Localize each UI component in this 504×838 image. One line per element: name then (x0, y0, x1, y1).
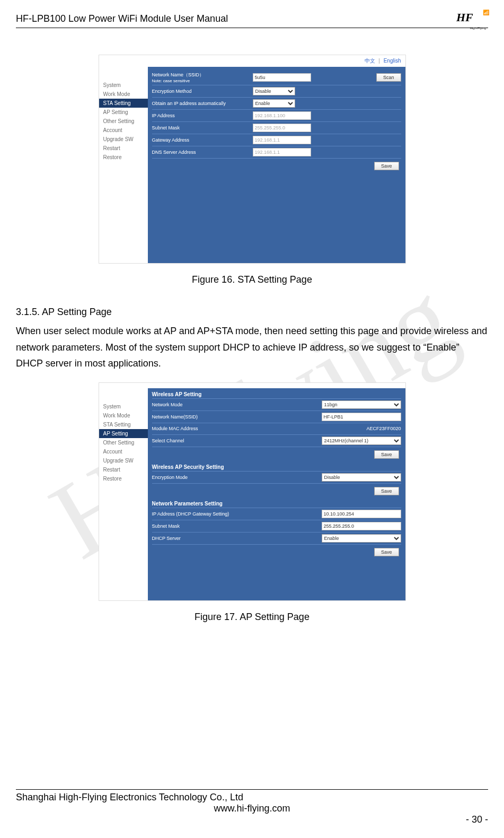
header-title: HF-LPB100 Low Power WiFi Module User Man… (16, 13, 228, 24)
sidebar-item-othersetting[interactable]: Other Setting (99, 117, 148, 126)
netmode-select[interactable]: 11bgn (322, 400, 401, 409)
section-315-heading: 3.1.5. AP Setting Page (16, 307, 488, 318)
apssid-input[interactable] (322, 413, 401, 421)
apmask-label: Subnet Mask (152, 523, 253, 529)
dhcp-label: Obtain an IP address automatically (152, 101, 253, 106)
mask-label: Subnet Mask (152, 125, 253, 130)
wireless-ap-security-heading: Wireless AP Security Setting (152, 460, 401, 472)
sidebar-item-restore[interactable]: Restore (99, 153, 148, 162)
lang-en-link[interactable]: English (384, 58, 401, 64)
dns-label: DNS Server Address (152, 150, 253, 155)
channel-select[interactable]: 2412MHz(channel 1) (322, 437, 401, 445)
sidebar-item-upgradesw-2[interactable]: Upgrade SW (99, 456, 148, 465)
sidebar-item-stasetting-2[interactable]: STA Setting (99, 420, 148, 429)
dhcpserv-select[interactable]: Enable (322, 534, 401, 543)
ip-input[interactable] (253, 111, 311, 120)
fig16-screenshot: 中文 | English System Work Mode STA Settin… (99, 55, 406, 264)
save-button-sec2[interactable]: Save (374, 487, 399, 495)
ipgw-label: IP Address (DHCP Gateway Setting) (152, 511, 253, 517)
sidebar-item-account-2[interactable]: Account (99, 447, 148, 456)
sidebar-item-stasetting[interactable]: STA Setting (99, 99, 148, 108)
lang-separator: | (378, 58, 380, 64)
wireless-ap-setting-heading: Wireless AP Setting (152, 391, 401, 399)
mac-value: AECF23FF0020 (253, 426, 401, 431)
footer-website: www.hi-flying.com (16, 803, 488, 814)
ssid-label: Network Name（SSID） Note: case sensitive (152, 72, 253, 83)
ipgw-input[interactable] (322, 510, 401, 518)
lang-zh-link[interactable]: 中文 (365, 58, 375, 64)
ssid-input[interactable] (253, 73, 311, 82)
encryption-select[interactable]: Disable (253, 87, 295, 95)
page-header: HF-LPB100 Low Power WiFi Module User Man… (16, 11, 488, 28)
logo-hf-text: HF (456, 11, 473, 24)
sidebar-item-account[interactable]: Account (99, 126, 148, 135)
sidebar-item-workmode[interactable]: Work Mode (99, 90, 148, 99)
apssid-label: Network Name(SSID) (152, 414, 253, 420)
sta-setting-panel: Network Name（SSID） Note: case sensitive … (148, 67, 405, 263)
scan-button[interactable]: Scan (376, 73, 401, 82)
sidebar-item-workmode-2[interactable]: Work Mode (99, 411, 148, 420)
sidebar-item-apsetting[interactable]: AP Setting (99, 108, 148, 117)
sidebar-item-restart-2[interactable]: Restart (99, 465, 148, 474)
logo-signal-icon: 📶 (483, 10, 489, 15)
page-footer: Shanghai High-Flying Electronics Technol… (16, 789, 488, 825)
sidebar-item-restart[interactable]: Restart (99, 144, 148, 153)
gateway-input[interactable] (253, 136, 311, 144)
footer-page-number: - 30 - (16, 814, 488, 825)
hf-logo: HF 📶 High-Flying (456, 11, 488, 27)
gateway-label: Gateway Address (152, 137, 253, 143)
apmask-input[interactable] (322, 522, 401, 530)
mask-input[interactable] (253, 124, 311, 132)
save-button-fig16[interactable]: Save (374, 162, 399, 170)
sidebar-fig17: System Work Mode STA Setting AP Setting … (99, 388, 148, 600)
footer-company: Shanghai High-Flying Electronics Technol… (16, 792, 488, 803)
dhcp-select[interactable]: Enable (253, 99, 295, 108)
dns-input[interactable] (253, 148, 311, 156)
sidebar-item-system-2[interactable]: System (99, 402, 148, 411)
encmode-select[interactable]: Disable (322, 473, 401, 482)
save-button-sec1[interactable]: Save (374, 450, 399, 459)
encryption-label: Encryption Method (152, 89, 253, 94)
save-button-sec3[interactable]: Save (374, 548, 399, 556)
fig17-screenshot: System Work Mode STA Setting AP Setting … (99, 382, 406, 601)
sidebar-item-system[interactable]: System (99, 81, 148, 90)
sidebar-item-othersetting-2[interactable]: Other Setting (99, 438, 148, 447)
sidebar-fig16: System Work Mode STA Setting AP Setting … (99, 67, 148, 263)
sidebar-item-restore-2[interactable]: Restore (99, 474, 148, 483)
sidebar-item-upgradesw[interactable]: Upgrade SW (99, 135, 148, 144)
dhcpserv-label: DHCP Server (152, 536, 253, 541)
netmode-label: Network Mode (152, 402, 253, 407)
network-params-heading: Network Parameters Setting (152, 496, 401, 508)
mac-label: Module MAC Address (152, 426, 253, 431)
ap-setting-panel: Wireless AP Setting Network Mode 11bgn N… (148, 388, 405, 600)
ip-label: IP Address (152, 113, 253, 118)
fig16-caption: Figure 16. STA Setting Page (16, 274, 488, 285)
sidebar-item-apsetting-2[interactable]: AP Setting (99, 429, 148, 438)
encmode-label: Encryption Mode (152, 475, 253, 480)
section-315-body: When user select module works at AP and … (16, 323, 488, 372)
language-switch: 中文 | English (99, 55, 405, 67)
channel-label: Select Channel (152, 438, 253, 443)
fig17-caption: Figure 17. AP Setting Page (16, 612, 488, 623)
